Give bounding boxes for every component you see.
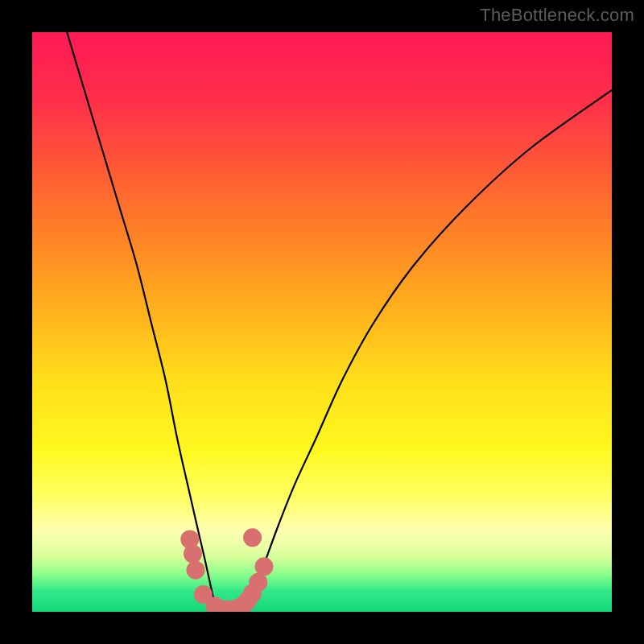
curve-layer bbox=[32, 32, 612, 612]
data-marker bbox=[243, 528, 262, 547]
data-marker bbox=[184, 544, 202, 563]
data-marker bbox=[254, 557, 273, 576]
bottleneck-curve bbox=[67, 32, 612, 612]
plot-area bbox=[32, 32, 612, 612]
watermark-text: TheBottleneck.com bbox=[480, 5, 634, 26]
outer-frame: TheBottleneck.com bbox=[0, 0, 644, 644]
data-marker bbox=[187, 561, 205, 580]
